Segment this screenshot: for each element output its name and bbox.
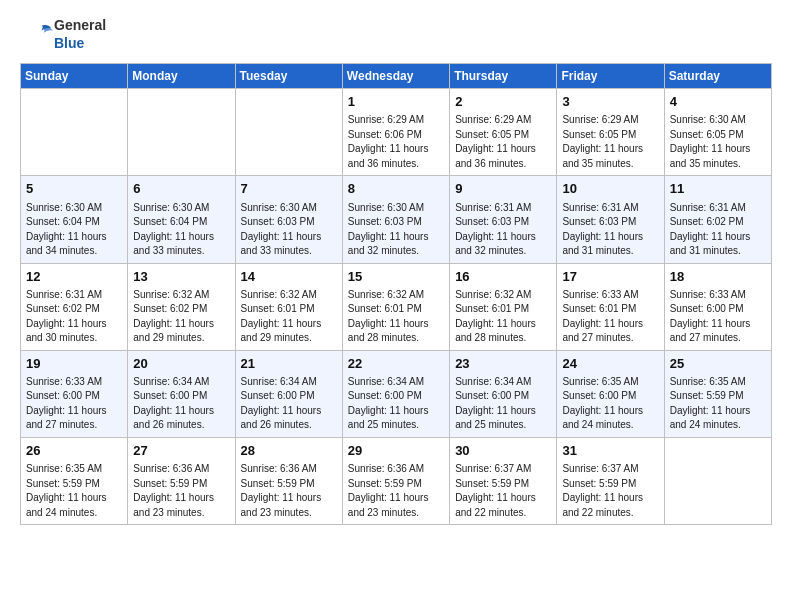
day-info: Sunrise: 6:37 AM Sunset: 5:59 PM Dayligh… — [455, 462, 551, 520]
calendar-cell: 31Sunrise: 6:37 AM Sunset: 5:59 PM Dayli… — [557, 437, 664, 524]
col-header-thursday: Thursday — [450, 64, 557, 89]
calendar-cell: 11Sunrise: 6:31 AM Sunset: 6:02 PM Dayli… — [664, 176, 771, 263]
day-info: Sunrise: 6:36 AM Sunset: 5:59 PM Dayligh… — [241, 462, 337, 520]
calendar-cell: 22Sunrise: 6:34 AM Sunset: 6:00 PM Dayli… — [342, 350, 449, 437]
calendar-cell: 3Sunrise: 6:29 AM Sunset: 6:05 PM Daylig… — [557, 89, 664, 176]
calendar-cell: 18Sunrise: 6:33 AM Sunset: 6:00 PM Dayli… — [664, 263, 771, 350]
day-info: Sunrise: 6:34 AM Sunset: 6:00 PM Dayligh… — [133, 375, 229, 433]
day-number: 21 — [241, 355, 337, 373]
calendar-cell: 24Sunrise: 6:35 AM Sunset: 6:00 PM Dayli… — [557, 350, 664, 437]
day-info: Sunrise: 6:29 AM Sunset: 6:06 PM Dayligh… — [348, 113, 444, 171]
logo-general: General — [54, 17, 106, 33]
header: General Blue — [20, 16, 772, 51]
day-info: Sunrise: 6:32 AM Sunset: 6:01 PM Dayligh… — [348, 288, 444, 346]
day-number: 22 — [348, 355, 444, 373]
day-number: 6 — [133, 180, 229, 198]
logo-bird-icon — [20, 17, 54, 51]
day-number: 19 — [26, 355, 122, 373]
calendar-cell: 1Sunrise: 6:29 AM Sunset: 6:06 PM Daylig… — [342, 89, 449, 176]
day-info: Sunrise: 6:30 AM Sunset: 6:03 PM Dayligh… — [348, 201, 444, 259]
calendar-cell: 27Sunrise: 6:36 AM Sunset: 5:59 PM Dayli… — [128, 437, 235, 524]
day-info: Sunrise: 6:34 AM Sunset: 6:00 PM Dayligh… — [455, 375, 551, 433]
calendar-cell: 14Sunrise: 6:32 AM Sunset: 6:01 PM Dayli… — [235, 263, 342, 350]
day-number: 7 — [241, 180, 337, 198]
day-number: 5 — [26, 180, 122, 198]
day-info: Sunrise: 6:37 AM Sunset: 5:59 PM Dayligh… — [562, 462, 658, 520]
calendar-cell: 21Sunrise: 6:34 AM Sunset: 6:00 PM Dayli… — [235, 350, 342, 437]
calendar-cell — [128, 89, 235, 176]
calendar-header-row: SundayMondayTuesdayWednesdayThursdayFrid… — [21, 64, 772, 89]
day-info: Sunrise: 6:32 AM Sunset: 6:02 PM Dayligh… — [133, 288, 229, 346]
day-info: Sunrise: 6:33 AM Sunset: 6:00 PM Dayligh… — [670, 288, 766, 346]
calendar-cell: 23Sunrise: 6:34 AM Sunset: 6:00 PM Dayli… — [450, 350, 557, 437]
day-info: Sunrise: 6:35 AM Sunset: 5:59 PM Dayligh… — [670, 375, 766, 433]
logo-blue: Blue — [54, 35, 84, 51]
calendar-cell: 2Sunrise: 6:29 AM Sunset: 6:05 PM Daylig… — [450, 89, 557, 176]
col-header-tuesday: Tuesday — [235, 64, 342, 89]
day-number: 17 — [562, 268, 658, 286]
calendar-cell: 8Sunrise: 6:30 AM Sunset: 6:03 PM Daylig… — [342, 176, 449, 263]
calendar-cell: 20Sunrise: 6:34 AM Sunset: 6:00 PM Dayli… — [128, 350, 235, 437]
day-number: 10 — [562, 180, 658, 198]
day-number: 31 — [562, 442, 658, 460]
day-info: Sunrise: 6:35 AM Sunset: 6:00 PM Dayligh… — [562, 375, 658, 433]
calendar-cell — [21, 89, 128, 176]
day-number: 18 — [670, 268, 766, 286]
day-number: 3 — [562, 93, 658, 111]
day-number: 28 — [241, 442, 337, 460]
page: General Blue SundayMondayTuesdayWednesda… — [0, 0, 792, 541]
day-info: Sunrise: 6:31 AM Sunset: 6:02 PM Dayligh… — [670, 201, 766, 259]
day-number: 15 — [348, 268, 444, 286]
calendar-cell: 17Sunrise: 6:33 AM Sunset: 6:01 PM Dayli… — [557, 263, 664, 350]
day-info: Sunrise: 6:32 AM Sunset: 6:01 PM Dayligh… — [241, 288, 337, 346]
calendar-cell: 19Sunrise: 6:33 AM Sunset: 6:00 PM Dayli… — [21, 350, 128, 437]
day-info: Sunrise: 6:30 AM Sunset: 6:04 PM Dayligh… — [26, 201, 122, 259]
col-header-saturday: Saturday — [664, 64, 771, 89]
day-number: 23 — [455, 355, 551, 373]
col-header-monday: Monday — [128, 64, 235, 89]
day-number: 14 — [241, 268, 337, 286]
day-number: 11 — [670, 180, 766, 198]
day-number: 29 — [348, 442, 444, 460]
day-info: Sunrise: 6:36 AM Sunset: 5:59 PM Dayligh… — [133, 462, 229, 520]
calendar-cell: 26Sunrise: 6:35 AM Sunset: 5:59 PM Dayli… — [21, 437, 128, 524]
day-number: 25 — [670, 355, 766, 373]
col-header-friday: Friday — [557, 64, 664, 89]
day-info: Sunrise: 6:34 AM Sunset: 6:00 PM Dayligh… — [348, 375, 444, 433]
day-number: 26 — [26, 442, 122, 460]
calendar-cell: 6Sunrise: 6:30 AM Sunset: 6:04 PM Daylig… — [128, 176, 235, 263]
day-number: 9 — [455, 180, 551, 198]
calendar-week-row: 19Sunrise: 6:33 AM Sunset: 6:00 PM Dayli… — [21, 350, 772, 437]
day-number: 1 — [348, 93, 444, 111]
day-number: 12 — [26, 268, 122, 286]
calendar-cell: 7Sunrise: 6:30 AM Sunset: 6:03 PM Daylig… — [235, 176, 342, 263]
calendar-week-row: 26Sunrise: 6:35 AM Sunset: 5:59 PM Dayli… — [21, 437, 772, 524]
day-info: Sunrise: 6:31 AM Sunset: 6:02 PM Dayligh… — [26, 288, 122, 346]
calendar-cell: 30Sunrise: 6:37 AM Sunset: 5:59 PM Dayli… — [450, 437, 557, 524]
day-info: Sunrise: 6:33 AM Sunset: 6:00 PM Dayligh… — [26, 375, 122, 433]
calendar-cell: 25Sunrise: 6:35 AM Sunset: 5:59 PM Dayli… — [664, 350, 771, 437]
calendar-cell — [664, 437, 771, 524]
calendar-week-row: 12Sunrise: 6:31 AM Sunset: 6:02 PM Dayli… — [21, 263, 772, 350]
calendar-cell: 13Sunrise: 6:32 AM Sunset: 6:02 PM Dayli… — [128, 263, 235, 350]
calendar-cell — [235, 89, 342, 176]
day-info: Sunrise: 6:31 AM Sunset: 6:03 PM Dayligh… — [455, 201, 551, 259]
day-info: Sunrise: 6:29 AM Sunset: 6:05 PM Dayligh… — [455, 113, 551, 171]
day-info: Sunrise: 6:32 AM Sunset: 6:01 PM Dayligh… — [455, 288, 551, 346]
calendar-cell: 28Sunrise: 6:36 AM Sunset: 5:59 PM Dayli… — [235, 437, 342, 524]
day-number: 30 — [455, 442, 551, 460]
day-number: 4 — [670, 93, 766, 111]
calendar-cell: 5Sunrise: 6:30 AM Sunset: 6:04 PM Daylig… — [21, 176, 128, 263]
calendar-cell: 16Sunrise: 6:32 AM Sunset: 6:01 PM Dayli… — [450, 263, 557, 350]
logo: General Blue — [20, 16, 106, 51]
day-info: Sunrise: 6:30 AM Sunset: 6:04 PM Dayligh… — [133, 201, 229, 259]
day-info: Sunrise: 6:33 AM Sunset: 6:01 PM Dayligh… — [562, 288, 658, 346]
day-info: Sunrise: 6:35 AM Sunset: 5:59 PM Dayligh… — [26, 462, 122, 520]
day-number: 13 — [133, 268, 229, 286]
calendar-cell: 15Sunrise: 6:32 AM Sunset: 6:01 PM Dayli… — [342, 263, 449, 350]
day-number: 2 — [455, 93, 551, 111]
day-info: Sunrise: 6:36 AM Sunset: 5:59 PM Dayligh… — [348, 462, 444, 520]
day-number: 16 — [455, 268, 551, 286]
calendar-cell: 12Sunrise: 6:31 AM Sunset: 6:02 PM Dayli… — [21, 263, 128, 350]
day-info: Sunrise: 6:29 AM Sunset: 6:05 PM Dayligh… — [562, 113, 658, 171]
